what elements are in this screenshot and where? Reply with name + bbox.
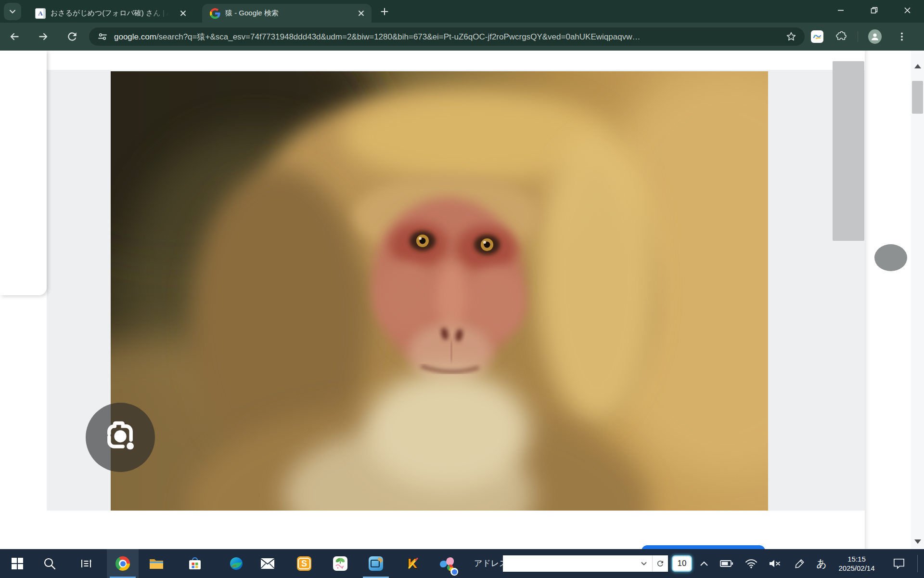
chevron-down-icon [641,562,647,565]
google-g-icon [210,8,220,19]
folder-icon [149,557,164,570]
browser-scrollbar[interactable] [911,51,924,549]
cast-app-button[interactable] [362,549,390,578]
bookmark-star-button[interactable] [785,31,797,42]
side-panel-edge [0,51,47,295]
viewer-scrollbar-thumb[interactable] [833,61,864,241]
volume-muted-status[interactable] [766,549,783,578]
side-panel-right [865,51,911,549]
minimize-icon [837,7,844,13]
scrollbar-thumb[interactable] [912,81,923,114]
scroll-up-button[interactable] [911,59,924,73]
three-dot-menu-icon [897,32,907,41]
tab-title: おさるがじめつ(フォロバ確) さん | An [51,9,169,18]
taskbar-clock[interactable]: 15:15 2025/02/14 [832,549,882,578]
window-restore-button[interactable] [861,0,886,20]
taskbar-search-button[interactable] [39,549,60,578]
microsoft-store-button[interactable] [184,549,205,578]
orange-app-button[interactable]: S [294,549,315,578]
chevron-up-icon [700,561,708,566]
tab-search-button[interactable] [4,3,21,20]
chrome-pwa-icon [440,556,454,571]
battery-status[interactable] [718,549,735,578]
url-domain: google.com [114,32,156,41]
extension-action-button[interactable] [810,30,824,43]
task-view-button[interactable] [76,549,97,578]
windows-logo-icon [11,557,24,570]
arrow-down-icon [914,539,921,544]
address-bar[interactable]: google.com/search?q=猿+&sca_esv=74f773194… [89,27,805,46]
action-center-button[interactable] [889,549,909,578]
window-minimize-button[interactable] [828,0,853,20]
taskbar-chrome-button[interactable] [107,549,139,578]
task-view-icon [79,557,93,570]
back-arrow-icon [8,30,21,43]
browser-tab-bar: A おさるがじめつ(フォロバ確) さん | An 猿 - Google 検索 [0,0,924,23]
avatar [868,29,882,44]
tab-close-button[interactable] [178,8,189,19]
forward-button[interactable] [37,30,50,43]
tab-title: 猿 - Google 検索 [225,9,279,18]
close-icon [358,10,364,16]
google-lens-button[interactable] [86,403,155,472]
profile-button[interactable] [868,30,882,43]
scroll-down-button[interactable] [911,535,924,548]
mail-button[interactable] [257,549,278,578]
google-lens-icon [102,419,139,456]
page-content [0,51,924,549]
notification-icon [893,558,905,569]
monkey-photo [111,71,768,511]
store-icon [188,556,202,571]
mail-icon [260,558,275,569]
taskbar: S [0,549,924,578]
speaker-mute-icon [769,559,781,568]
browser-menu-button[interactable] [895,30,909,43]
puzzle-icon [835,31,847,42]
search-result-image[interactable] [111,71,768,511]
dictionary-book-icon: A [35,8,46,19]
plus-icon [381,8,388,15]
tab-anime-site[interactable]: A おさるがじめつ(フォロバ確) さん | An [27,4,193,23]
chrome-pwa-button[interactable] [436,549,458,578]
tab-close-button[interactable] [356,8,367,19]
refresh-icon [656,559,665,568]
pen-status[interactable] [792,549,808,578]
new-tab-button[interactable] [378,5,391,18]
address-refresh-button[interactable] [653,555,668,572]
site-info-icon[interactable] [97,31,108,42]
extensions-menu-button[interactable] [834,30,848,43]
desktop-screen: A おさるがじめつ(フォロバ確) さん | An 猿 - Google 検索 [0,0,924,578]
forward-arrow-icon [37,30,50,43]
chevron-down-icon [9,8,16,15]
search-icon [43,557,56,570]
person-icon [870,32,880,41]
reload-icon [66,30,78,43]
tab-google-search[interactable]: 猿 - Google 検索 [202,4,372,23]
close-icon [180,10,186,16]
ime-language-indicator[interactable]: あ [813,549,830,578]
plant-app-icon [333,556,347,571]
tray-expand-button[interactable] [696,549,712,578]
extension-icon [811,30,823,43]
krita-button[interactable]: K [402,549,423,578]
chrome-icon [116,556,130,571]
ime-mode-badge[interactable]: 10 [672,555,692,572]
toolbar-divider [858,31,858,42]
reload-button[interactable] [66,30,78,43]
ime-mode-text: あ [816,557,827,570]
file-explorer-button[interactable] [146,549,167,578]
back-button[interactable] [8,30,21,43]
url-path: /search?q=猿+&sca_esv=74f7731948ddd43d&ud… [156,32,641,41]
clock-time: 15:15 [847,554,866,564]
address-toolbar-input[interactable] [503,555,668,572]
wifi-status[interactable] [743,549,760,578]
start-button[interactable] [7,549,28,578]
edge-button[interactable] [226,549,247,578]
plant-app-button[interactable] [330,549,351,578]
show-desktop-button[interactable] [917,555,918,572]
window-close-button[interactable] [895,0,920,20]
cast-app-icon [369,556,383,571]
visit-button[interactable] [642,545,765,549]
browser-toolbar: google.com/search?q=猿+&sca_esv=74f773194… [0,23,924,51]
address-dropdown-button[interactable] [636,555,653,572]
